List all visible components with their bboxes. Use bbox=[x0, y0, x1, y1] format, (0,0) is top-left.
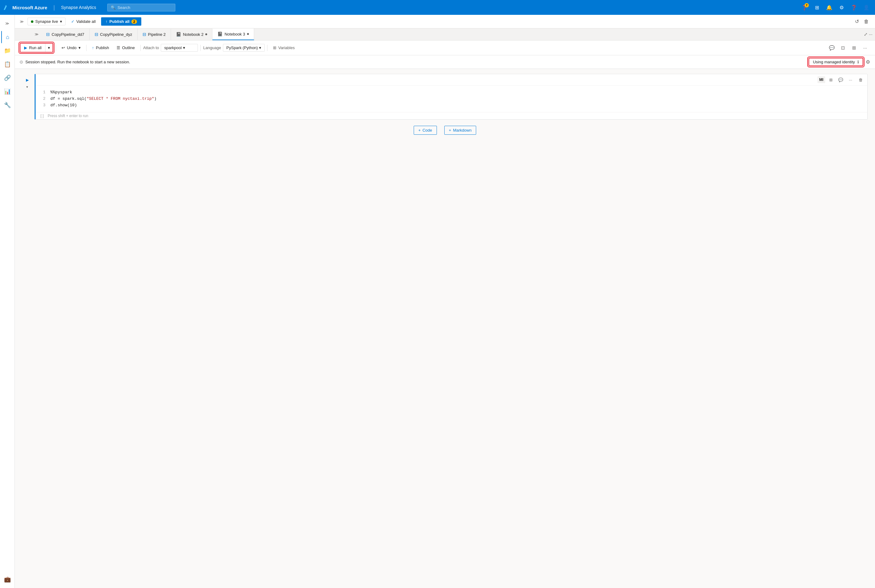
tab-label-2: CopyPipeline_dyz bbox=[100, 32, 132, 37]
notebook-canvas: ▶ ▾ MI ⊞ 💬 ··· 🗑 1 %%pyspark bbox=[15, 69, 875, 588]
tab-pipeline2[interactable]: ⊟ Pipeline 2 bbox=[138, 29, 171, 40]
portal-icon[interactable]: ⊞ bbox=[812, 3, 822, 12]
outline-button[interactable]: ☰ Outline bbox=[113, 44, 138, 52]
table-view-icon[interactable]: ⊞ bbox=[849, 43, 859, 53]
rail-data-icon[interactable]: 📁 bbox=[1, 45, 14, 57]
publish-all-badge: 2 bbox=[131, 20, 137, 24]
variables-label: Variables bbox=[278, 45, 295, 50]
synapse-toolbar: ≫ Synapse live ▾ ✓ Validate all ↑ Publis… bbox=[15, 15, 875, 28]
tab-label-3: Pipeline 2 bbox=[148, 32, 166, 37]
settings-icon[interactable]: ⚙ bbox=[837, 3, 846, 12]
azure-logo-icon bbox=[4, 4, 10, 10]
language-label: Language bbox=[203, 45, 221, 50]
cell-comment-icon[interactable]: 💬 bbox=[836, 75, 845, 84]
top-nav-icons: ❓ 7 ⊞ 🔔 ⚙ ❓ 👤 bbox=[800, 3, 871, 12]
publish-up-icon: ↑ bbox=[92, 45, 94, 50]
rail-home-icon[interactable]: ⌂ bbox=[1, 31, 14, 43]
separator-4 bbox=[200, 45, 201, 51]
cell-delete-icon[interactable]: 🗑 bbox=[856, 75, 865, 84]
content-area: ≫ Synapse live ▾ ✓ Validate all ↑ Publis… bbox=[15, 15, 875, 588]
variables-button[interactable]: ⊞ Variables bbox=[270, 44, 298, 52]
cell-left-gutter: ▶ ▾ bbox=[22, 74, 32, 120]
refresh-icon[interactable]: ↺ bbox=[854, 17, 860, 26]
rail-monitor-icon[interactable]: 📊 bbox=[1, 85, 14, 98]
rail-manage-icon[interactable]: 🔧 bbox=[1, 99, 14, 111]
tab-notebook2[interactable]: 📓 Notebook 2 bbox=[171, 29, 213, 40]
language-value: PySpark (Python) bbox=[226, 45, 258, 50]
tab-notebook3[interactable]: 📓 Notebook 3 bbox=[212, 28, 254, 40]
tab-expand-icon[interactable]: ≫ bbox=[32, 32, 41, 36]
validate-all-button[interactable]: ✓ Validate all bbox=[68, 18, 99, 25]
separator-1 bbox=[56, 45, 56, 51]
cell-toolbar: MI ⊞ 💬 ··· 🗑 bbox=[36, 74, 867, 86]
publish-all-label: Publish all bbox=[110, 19, 129, 24]
cell-1-wrapper: ▶ ▾ MI ⊞ 💬 ··· 🗑 1 %%pyspark bbox=[22, 74, 867, 120]
rail-expand-icon[interactable]: ≫ bbox=[1, 17, 14, 30]
sparkpool-select[interactable]: sparkpool ▾ bbox=[161, 44, 198, 52]
help-icon[interactable]: ❓ 7 bbox=[800, 3, 809, 12]
tab-copypipeline-dyz[interactable]: ⊟ CopyPipeline_dyz bbox=[90, 29, 138, 40]
session-banner-right: Using managed identity ℹ ⚙ bbox=[809, 58, 870, 66]
comment-icon[interactable]: 💬 bbox=[827, 43, 837, 53]
undo-button[interactable]: ↩ Undo ▾ bbox=[59, 44, 83, 52]
synapse-live-button[interactable]: Synapse live ▾ bbox=[27, 18, 66, 26]
outline-label: Outline bbox=[122, 45, 135, 50]
brand-name: Microsoft Azure bbox=[12, 5, 47, 10]
search-placeholder: Search bbox=[117, 5, 130, 10]
search-box[interactable]: 🔍 Search bbox=[107, 4, 175, 11]
publish-button[interactable]: ↑ Publish bbox=[89, 44, 112, 52]
cell-bracket: [ ] bbox=[41, 112, 44, 118]
tab-more-icon[interactable]: ··· bbox=[869, 32, 872, 37]
undo-chevron-icon: ▾ bbox=[78, 45, 81, 50]
code-line-1: 1 %%pyspark bbox=[41, 89, 862, 96]
notifications-icon[interactable]: 🔔 bbox=[824, 3, 834, 12]
cell-run-button[interactable]: ▶ bbox=[24, 76, 31, 84]
cell-more-icon[interactable]: ··· bbox=[846, 75, 855, 84]
add-markdown-button[interactable]: + Markdown bbox=[444, 126, 477, 135]
code-content-3: df.show(10) bbox=[50, 102, 77, 109]
managed-identity-box: Using managed identity ℹ bbox=[809, 58, 863, 66]
search-icon: 🔍 bbox=[111, 5, 116, 10]
attach-to-label: Attach to bbox=[143, 45, 159, 50]
session-status-dot bbox=[20, 60, 23, 64]
separator-2 bbox=[86, 45, 87, 51]
cell-add-icon[interactable]: ⊞ bbox=[827, 75, 835, 84]
toolbar-expand-icon[interactable]: ≫ bbox=[20, 20, 24, 24]
add-cell-row: + Code + Markdown bbox=[22, 122, 867, 138]
language-select[interactable]: PySpark (Python) ▾ bbox=[223, 44, 265, 52]
managed-identity-info-icon[interactable]: ℹ bbox=[857, 60, 859, 64]
pipeline-icon-2: ⊟ bbox=[95, 32, 98, 37]
split-view-icon[interactable]: ⊡ bbox=[838, 43, 848, 53]
tab-expand-right-icon[interactable]: ⤢ bbox=[864, 32, 867, 37]
icon-rail: ≫ ⌂ 📁 📋 🔗 📊 🔧 💼 bbox=[0, 15, 15, 588]
brand-logo: Microsoft Azure bbox=[4, 4, 47, 10]
tabs-bar: ≫ ⊟ CopyPipeline_dd7 ⊟ CopyPipeline_dyz … bbox=[15, 28, 875, 40]
rail-integrate-icon[interactable]: 🔗 bbox=[1, 72, 14, 84]
play-icon: ▶ bbox=[24, 45, 27, 50]
question-icon[interactable]: ❓ bbox=[849, 3, 859, 12]
plus-markdown-icon: + bbox=[449, 128, 451, 132]
chevron-down-icon: ▾ bbox=[48, 45, 50, 50]
variables-grid-icon: ⊞ bbox=[273, 45, 277, 50]
add-code-button[interactable]: + Code bbox=[414, 126, 437, 135]
publish-all-button[interactable]: ↑ Publish all 2 bbox=[101, 17, 141, 26]
cell-collapse-icon[interactable]: ▾ bbox=[26, 85, 28, 89]
session-settings-gear-icon[interactable]: ⚙ bbox=[866, 59, 870, 65]
tab-label-4: Notebook 2 bbox=[183, 32, 204, 37]
line-number-1: 1 bbox=[41, 89, 45, 96]
run-all-button[interactable]: ▶ Run all bbox=[20, 44, 45, 52]
tab-copypipeline-dd7[interactable]: ⊟ CopyPipeline_dd7 bbox=[41, 29, 90, 40]
brand-separator: | bbox=[54, 4, 55, 11]
add-markdown-label: Markdown bbox=[453, 128, 472, 132]
profile-icon[interactable]: 👤 bbox=[861, 3, 871, 12]
cell-code-area[interactable]: 1 %%pyspark 2 df = spark.sql("SELECT * F… bbox=[36, 86, 867, 112]
discard-icon[interactable]: 🗑 bbox=[863, 18, 870, 26]
rail-briefcase-icon[interactable]: 💼 bbox=[1, 573, 14, 585]
run-all-chevron-button[interactable]: ▾ bbox=[45, 44, 53, 52]
rail-develop-icon[interactable]: 📋 bbox=[1, 58, 14, 70]
more-options-icon[interactable]: ··· bbox=[860, 43, 870, 53]
publish-label: Publish bbox=[96, 45, 109, 50]
cell-run-hint: Press shift + enter to run bbox=[48, 114, 88, 118]
cell-type-label: MI bbox=[818, 76, 825, 83]
synapse-live-dot bbox=[31, 20, 33, 23]
